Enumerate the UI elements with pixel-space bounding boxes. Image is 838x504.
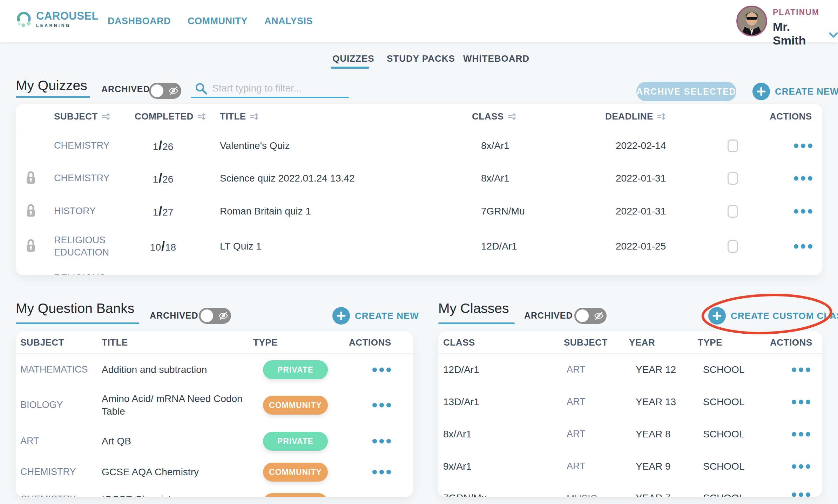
tab-whiteboard[interactable]: WHITEBOARD xyxy=(463,53,529,64)
column-header-subject: SUBJECT xyxy=(20,337,64,348)
create-new-question-bank-button[interactable]: CREATE NEW xyxy=(332,307,419,325)
column-header-actions: ACTIONS xyxy=(770,111,812,122)
brand-tagline: LEARNING xyxy=(36,23,99,28)
table-row-partial: CHEMISTRY IGCSE Chemistry COMMUNITY xyxy=(16,486,413,497)
column-header-class[interactable]: CLASS xyxy=(472,111,516,122)
quizzes-archived-toggle[interactable] xyxy=(149,83,181,99)
quiz-title: LT Quiz 1 xyxy=(220,241,262,252)
completed-count: 1/26 xyxy=(140,138,186,153)
question-banks-section-title: My Question Banks xyxy=(16,301,134,316)
row-checkbox[interactable] xyxy=(728,240,738,253)
row-actions-menu[interactable] xyxy=(370,403,393,408)
quiz-title: Valentine's Quiz xyxy=(220,140,290,151)
toggle-knob xyxy=(576,309,589,322)
row-actions-menu[interactable] xyxy=(370,439,393,444)
top-nav-bar: CAROUSEL LEARNING DASHBOARD COMMUNITY AN… xyxy=(0,0,838,42)
avatar[interactable] xyxy=(736,6,767,36)
lock-icon xyxy=(26,239,36,254)
column-header-type: TYPE xyxy=(698,337,722,348)
nav-community[interactable]: COMMUNITY xyxy=(188,16,248,27)
tab-study-packs[interactable]: STUDY PACKS xyxy=(387,53,455,64)
user-name: Mr. Smith xyxy=(773,20,824,47)
tab-quizzes[interactable]: QUIZZES xyxy=(332,53,374,64)
table-row: RELIGIOUS EDUCATION 10/18 LT Quiz 1 12D/… xyxy=(16,227,822,265)
row-actions-menu[interactable] xyxy=(789,432,812,437)
create-new-quiz-button[interactable]: CREATE NEW xyxy=(752,83,838,100)
plus-icon xyxy=(708,307,726,325)
active-tab-indicator xyxy=(331,67,369,69)
row-checkbox[interactable] xyxy=(728,139,738,152)
row-actions-menu[interactable] xyxy=(789,464,812,469)
quizzes-table: SUBJECT COMPLETED TITLE CLASS DEADLINE A… xyxy=(16,104,822,275)
row-checkbox[interactable] xyxy=(728,172,738,185)
question-banks-archived-label: ARCHIVED xyxy=(150,311,198,321)
table-row: 9x/Ar1 ART YEAR 9 SCHOOL xyxy=(438,450,822,483)
question-banks-archived-toggle[interactable] xyxy=(199,308,231,324)
classes-section-title: My Classes xyxy=(438,301,509,316)
toggle-knob xyxy=(151,84,163,97)
table-row: 8x/Ar1 ART YEAR 8 SCHOOL xyxy=(438,418,822,450)
main-nav: DASHBOARD COMMUNITY ANALYSIS xyxy=(108,0,313,42)
table-row: CHEMISTRY 1/26 Science quiz 2022.01.24 1… xyxy=(16,162,822,195)
type-badge: COMMUNITY xyxy=(263,396,328,415)
row-actions-menu[interactable] xyxy=(370,470,393,475)
type-badge: COMMUNITY xyxy=(263,463,328,482)
table-row: CHEMISTRY GCSE AQA Chemistry COMMUNITY xyxy=(16,458,413,486)
plus-icon xyxy=(752,83,770,100)
row-actions-menu[interactable] xyxy=(791,143,815,148)
table-row: BIOLOGY Amino Acid/ mRNA Need Codon Tabl… xyxy=(16,386,413,424)
completed-count: 1/26 xyxy=(140,171,186,186)
row-actions-menu[interactable] xyxy=(791,209,815,213)
type-badge: COMMUNITY xyxy=(263,493,328,497)
classes-title-underline xyxy=(438,322,515,324)
table-row: HISTORY 1/27 Roman Britain quiz 1 7GRN/M… xyxy=(16,195,822,227)
eye-slash-icon xyxy=(594,311,604,321)
question-banks-table-header: SUBJECT TITLE TYPE ACTIONS xyxy=(16,331,413,354)
archive-selected-button[interactable]: ARCHIVE SELECTED xyxy=(636,82,736,101)
table-row: ART Art QB PRIVATE xyxy=(16,424,413,458)
completed-count: 1/27 xyxy=(140,204,186,219)
sort-icon xyxy=(657,112,666,121)
quizzes-archived-label: ARCHIVED xyxy=(101,84,150,94)
toggle-knob xyxy=(201,309,213,322)
sort-icon xyxy=(250,112,259,121)
brand-name: CAROUSEL xyxy=(36,11,99,21)
table-row: MATHEMATICS Addition and subtraction PRI… xyxy=(16,354,413,386)
row-actions-menu[interactable] xyxy=(370,368,393,372)
column-header-actions: ACTIONS xyxy=(349,337,391,348)
column-header-title: TITLE xyxy=(102,337,128,348)
table-row: 13D/Ar1 ART YEAR 13 SCHOOL xyxy=(438,386,822,418)
nav-analysis[interactable]: ANALYSIS xyxy=(264,16,313,27)
row-actions-menu[interactable] xyxy=(789,400,812,404)
search-input[interactable] xyxy=(191,80,349,98)
column-header-subject[interactable]: SUBJECT xyxy=(54,111,110,122)
brand-logo[interactable]: CAROUSEL LEARNING xyxy=(16,11,99,28)
column-header-title[interactable]: TITLE xyxy=(220,111,259,122)
column-header-deadline[interactable]: DEADLINE xyxy=(605,111,666,122)
create-custom-class-button[interactable]: CREATE CUSTOM CLASS xyxy=(708,307,838,325)
quizzes-filter xyxy=(191,80,349,100)
column-header-completed[interactable]: COMPLETED xyxy=(135,111,206,122)
table-row-partial: 7GRN/Mu MUSIC YEAR 7 SCHOOL xyxy=(438,483,822,497)
nav-dashboard[interactable]: DASHBOARD xyxy=(108,16,171,27)
row-checkbox[interactable] xyxy=(728,205,738,218)
quizzes-section-title: My Quizzes xyxy=(16,78,87,93)
type-badge: PRIVATE xyxy=(263,432,328,451)
column-header-year: YEAR xyxy=(629,337,655,348)
chevron-down-icon xyxy=(829,27,838,41)
row-actions-menu[interactable] xyxy=(789,492,812,497)
row-actions-menu[interactable] xyxy=(791,176,815,181)
user-menu[interactable]: PLATINUM Mr. Smith xyxy=(773,8,838,47)
column-header-class: CLASS xyxy=(443,337,475,348)
column-header-subject: SUBJECT xyxy=(564,337,608,348)
quiz-title: Roman Britain quiz 1 xyxy=(220,206,311,217)
row-actions-menu[interactable] xyxy=(789,368,812,372)
completed-count: 10/18 xyxy=(140,239,186,254)
row-actions-menu[interactable] xyxy=(791,244,815,248)
question-banks-title-underline xyxy=(16,322,139,324)
carousel-logo-icon xyxy=(16,11,32,28)
plus-icon xyxy=(332,307,350,325)
classes-archived-toggle[interactable] xyxy=(574,308,607,324)
sort-icon xyxy=(507,112,516,121)
column-header-actions: ACTIONS xyxy=(770,337,812,348)
